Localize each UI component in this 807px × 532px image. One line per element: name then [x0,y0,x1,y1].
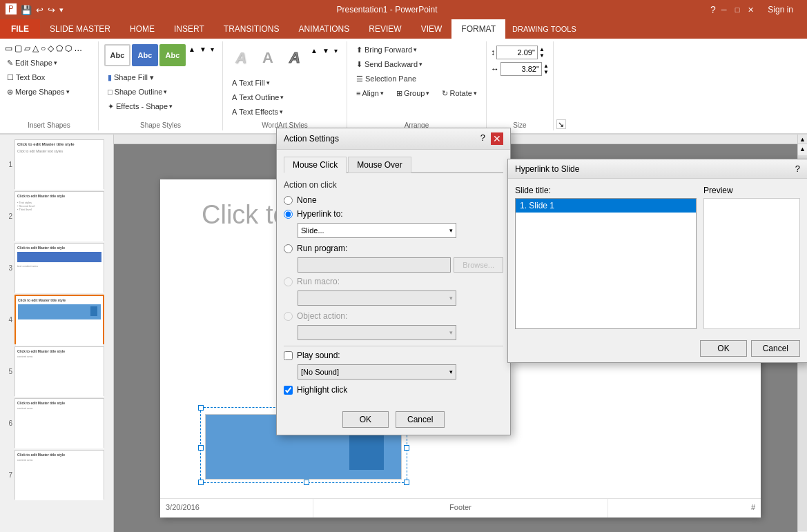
slide-2-thumb[interactable]: Click to edit Master title style • Text … [14,191,104,241]
run-macro-dropdown[interactable]: ▾ [298,290,456,306]
wordart-style-1[interactable]: A [229,46,253,70]
tab-slide-master[interactable]: SLIDE MASTER [40,19,120,39]
group-btn[interactable]: ⊞ Group ▾ [391,86,435,100]
slide-3-thumb[interactable]: Click to edit Master title style text co… [14,243,104,293]
quick-save[interactable]: 💾 [21,5,32,15]
wordart-style-3[interactable]: A [282,46,307,70]
shape-diamond[interactable]: ◇ [47,43,55,54]
hyperlink-radio[interactable] [284,210,293,219]
align-btn[interactable]: ≡ Align ▾ [351,86,389,100]
sound-dropdown[interactable]: [No Sound] ▾ [298,364,456,380]
hyperlink-cancel-btn[interactable]: Cancel [751,340,800,357]
size-expand-btn[interactable]: ↘ [554,41,569,130]
shape-rect[interactable]: ▭ [4,43,13,54]
tab-review[interactable]: REVIEW [359,19,411,39]
slide-5-thumb[interactable]: Click to edit Master title style content… [14,346,104,396]
tab-transitions[interactable]: TRANSITIONS [214,19,289,39]
shape-pentagon[interactable]: ⬠ [55,43,64,54]
rotate-btn[interactable]: ↻ Rotate ▾ [437,86,481,100]
run-program-input[interactable] [298,257,451,273]
text-fill-btn[interactable]: A Text Fill ▾ [227,76,342,90]
none-radio[interactable] [284,196,293,205]
shape-styles-more[interactable]: ▾ [209,44,215,66]
play-sound-checkbox[interactable] [284,351,293,360]
action-settings-title: Action Settings [284,134,339,144]
tab-animations[interactable]: ANIMATIONS [289,19,360,39]
shape-styles-scroll-down[interactable]: ▼ [198,44,208,66]
slide-6-thumb[interactable]: Click to edit Master title style content… [14,398,104,448]
run-program-radio[interactable] [284,244,293,253]
handle-br[interactable] [404,480,409,485]
run-macro-radio[interactable] [284,277,293,286]
bring-forward-btn[interactable]: ⬆ Bring Forward ▾ [351,43,422,57]
shape-outline-btn[interactable]: □ Shape Outline ▾ [103,85,177,99]
height-spinner-up[interactable]: ▲▼ [539,46,545,59]
merge-shapes-btn[interactable]: ⊕ Merge Shapes ▾ [4,85,72,99]
tab-file[interactable]: FILE [0,19,40,39]
restore-btn[interactable]: □ [732,6,743,14]
sign-in-link[interactable]: Sign in [759,5,801,14]
handle-bm[interactable] [304,480,309,485]
action-settings-cancel-btn[interactable]: Cancel [396,411,445,428]
selection-pane-btn[interactable]: ☰ Selection Pane [351,72,421,86]
tab-mouse-click[interactable]: Mouse Click [284,157,347,173]
scroll-up-btn[interactable]: ▲ [798,144,807,154]
help-icon[interactable]: ? [710,4,716,15]
close-btn[interactable]: ✕ [745,6,757,14]
shape-more[interactable]: … [73,43,83,54]
tab-format[interactable]: FORMAT [451,19,505,39]
dialog-help-btn[interactable]: ? [480,132,485,145]
shape-parallelogram[interactable]: ▱ [23,43,31,54]
quick-redo[interactable]: ↪ [48,5,55,15]
wordart-style-2[interactable]: A [255,46,280,70]
dialog-close-btn[interactable]: ✕ [491,132,503,145]
minimize-btn[interactable]: ─ [719,6,730,14]
tab-mouse-over[interactable]: Mouse Over [348,157,411,173]
text-outline-btn[interactable]: A Text Outline ▾ [227,90,342,104]
run-program-input-row: Browse... [298,257,503,273]
shape-effects-btn[interactable]: ✦ Effects - Shape ▾ [103,99,177,113]
hyperlink-dropdown[interactable]: Slide... ▾ [298,223,456,238]
shape-fill-btn[interactable]: ▮ Shape Fill ▾ [103,70,177,84]
shape-style-2[interactable]: Abc [132,44,158,66]
object-action-radio[interactable] [284,312,293,321]
slide-1-thumb[interactable]: Click to edit Master title style Click t… [14,139,104,189]
wordart-more[interactable]: ▾ [333,46,339,70]
handle-mr[interactable] [404,445,409,451]
shape-style-3[interactable]: Abc [159,44,186,66]
handle-ml[interactable] [198,445,204,451]
shape-rounded-rect[interactable]: ▢ [14,43,23,54]
shape-styles-scroll-up[interactable]: ▲ [187,44,197,66]
scroll-corner[interactable]: ▲ [797,135,807,144]
text-effects-btn[interactable]: A Text Effects ▾ [227,105,342,119]
hyperlink-ok-btn[interactable]: OK [700,340,746,357]
handle-bl[interactable] [198,480,204,485]
browse-btn[interactable]: Browse... [454,257,503,273]
wordart-scroll-up[interactable]: ▲ [309,46,319,56]
shape-triangle[interactable]: △ [32,43,39,54]
slide-7-thumb[interactable]: Click to edit Master title style content… [14,450,104,500]
height-input[interactable]: 2.09" [496,46,538,59]
quick-undo[interactable]: ↩ [36,5,43,15]
width-spinner-up[interactable]: ▲▼ [543,63,549,75]
slide-list-item-1[interactable]: 1. Slide 1 [516,199,696,213]
shape-style-1[interactable]: Abc [104,44,130,66]
tab-insert[interactable]: INSERT [164,19,214,39]
action-settings-title-bar: Action Settings ? ✕ [277,128,510,150]
shape-hexagon[interactable]: ⬡ [64,43,72,54]
handle-tl[interactable] [198,405,204,411]
width-input[interactable]: 3.82" [500,62,542,76]
send-backward-btn[interactable]: ⬇ Send Backward ▾ [351,57,427,71]
hyperlink-slide-dialog: Hyperlink to Slide ? Slide title: 1. Sli… [507,159,807,363]
shape-oval[interactable]: ○ [40,43,46,54]
action-settings-ok-btn[interactable]: OK [342,411,389,428]
edit-shape-btn[interactable]: ✎ Edit Shape ▾ [4,56,72,70]
slide-4-thumb[interactable]: Click to edit Master title style [14,295,104,344]
highlight-click-checkbox[interactable] [284,386,293,395]
hyperlink-help-btn[interactable]: ? [795,164,800,174]
tab-view[interactable]: VIEW [411,19,452,39]
wordart-scroll-down[interactable]: ▼ [321,46,331,70]
tab-home[interactable]: HOME [120,19,164,39]
text-box-btn[interactable]: ☐ Text Box [4,70,72,84]
object-action-dropdown[interactable]: ▾ [298,325,456,340]
